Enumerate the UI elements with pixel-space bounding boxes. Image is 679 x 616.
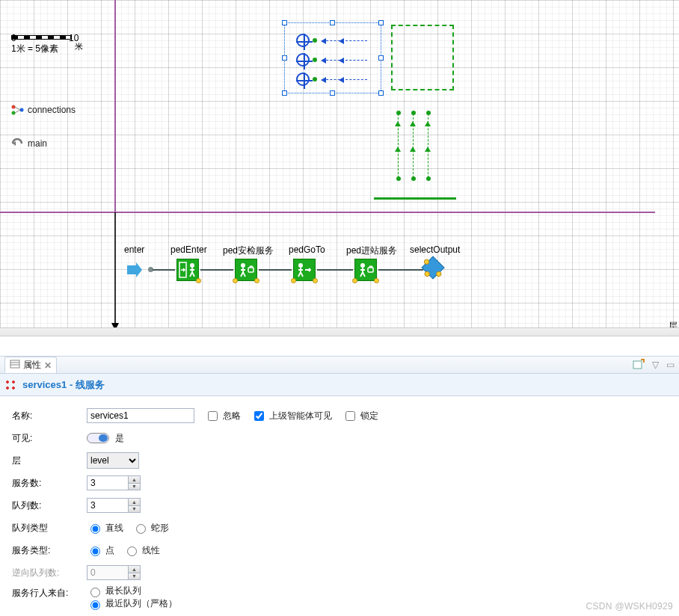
tree-main-label: main (28, 138, 47, 149)
svg-point-13 (298, 263, 303, 268)
new-view-icon[interactable] (633, 359, 645, 372)
radio-label: 最近队列（严格） (105, 597, 177, 610)
service-type-linear-radio[interactable]: 线性 (123, 544, 160, 557)
block-port[interactable] (291, 278, 296, 283)
connections-icon (11, 105, 25, 115)
spinner[interactable]: ▲▼ (128, 499, 140, 512)
svg-rect-16 (10, 360, 19, 368)
ped-security-block[interactable] (235, 259, 257, 281)
queue-dot (396, 111, 401, 115)
tree-connections-label: connections (28, 105, 76, 115)
axis-y (114, 0, 116, 212)
resize-handle[interactable] (330, 90, 335, 96)
block-port[interactable] (423, 258, 431, 265)
block-port[interactable] (352, 278, 357, 283)
name-label: 名称: (12, 410, 87, 422)
queue-arrow-icon (410, 121, 416, 126)
block-port[interactable] (435, 271, 443, 278)
service-count-label: 服务数: (12, 477, 87, 490)
parent-visible-label: 上级智能体可见 (269, 410, 332, 422)
tree-connections[interactable]: connections (11, 105, 76, 115)
queue-dot (411, 176, 416, 181)
serve-from-longest-radio[interactable]: 最长队列 (87, 585, 177, 597)
serve-from-label: 服务行人来自: (12, 585, 87, 600)
queue-dot (426, 111, 431, 115)
block-label: pedGoTo (289, 244, 325, 255)
block-port[interactable] (313, 278, 318, 283)
properties-tabbar: 属性 ✕ ▽ ▭ (0, 356, 679, 374)
serve-from-nearest-radio[interactable]: 最近队列（严格） (87, 597, 177, 610)
layer-label: 层 (12, 455, 87, 467)
block-port[interactable] (423, 271, 431, 278)
connector (200, 269, 233, 271)
queue-dot (396, 176, 401, 181)
lock-checkbox[interactable]: 锁定 (342, 409, 378, 423)
queue-line (322, 60, 367, 61)
resize-handle[interactable] (282, 20, 287, 25)
model-tree: connections main (11, 103, 76, 151)
ped-enter-block[interactable] (176, 259, 199, 281)
select-output-block[interactable] (421, 256, 444, 279)
visible-toggle[interactable] (87, 433, 109, 443)
queue-type-label: 队列类型 (12, 522, 87, 535)
tree-main[interactable]: main (11, 138, 76, 150)
service-row (296, 73, 367, 86)
queue-type-snake-radio[interactable]: 蛇形 (132, 522, 169, 535)
visible-label: 可见: (12, 432, 87, 445)
queue-column[interactable] (428, 114, 428, 178)
svg-marker-8 (127, 262, 142, 277)
resize-handle[interactable] (330, 20, 335, 25)
queue-arrow-icon (425, 147, 431, 152)
services1-selection[interactable] (284, 22, 381, 93)
axis-arrow-down (111, 212, 120, 332)
svg-point-2 (12, 105, 16, 109)
queue-column[interactable] (413, 114, 414, 178)
area-rectangle[interactable] (391, 25, 454, 90)
menu-icon[interactable]: ▭ (666, 360, 675, 370)
service-type-point-radio[interactable]: 点 (87, 544, 114, 557)
block-label: pedEnter (170, 244, 207, 255)
resize-handle[interactable] (282, 90, 287, 96)
resize-handle[interactable] (378, 20, 384, 25)
layer-select[interactable]: level (87, 452, 139, 469)
radio-label: 点 (105, 544, 114, 557)
reverse-queue-label: 逆向队列数: (12, 567, 87, 579)
ped-goto-block[interactable] (293, 259, 316, 281)
block-label: ped进站服务 (346, 244, 397, 257)
scale-ruler: 0 10 米 1米 = 5像素 (11, 34, 71, 55)
spinner[interactable]: ▲▼ (128, 476, 140, 490)
connector (153, 269, 175, 271)
radio-label: 直线 (105, 522, 123, 535)
name-input[interactable] (87, 408, 194, 423)
resize-handle[interactable] (378, 90, 384, 96)
block-port[interactable] (374, 278, 379, 283)
flowchart: enter pedEnter ped安检服务 pedGoTo ped进站服务 s… (126, 244, 672, 289)
model-canvas[interactable]: 层 0 10 米 1米 = 5像素 connections main (0, 0, 679, 336)
queue-type-straight-radio[interactable]: 直线 (87, 522, 123, 535)
block-port[interactable] (233, 278, 238, 283)
minimize-icon[interactable]: ▽ (652, 360, 659, 370)
queue-column[interactable] (398, 114, 399, 178)
radio-label: 最长队列 (105, 585, 141, 597)
horizontal-scroll-thumb[interactable] (284, 329, 419, 335)
queue-end-dot (313, 38, 317, 43)
parent-visible-checkbox[interactable]: 上级智能体可见 (251, 409, 332, 423)
svg-line-6 (15, 110, 20, 113)
enter-source-icon[interactable] (126, 262, 144, 277)
queue-arrow-icon (395, 147, 401, 152)
block-label: ped安检服务 (223, 244, 274, 257)
connector (317, 269, 353, 271)
queue-arrow-icon (410, 147, 416, 152)
block-port[interactable] (196, 278, 201, 283)
ignore-checkbox[interactable]: 忽略 (205, 409, 241, 423)
ped-station-block[interactable] (354, 259, 377, 281)
properties-tab[interactable]: 属性 ✕ (4, 357, 57, 373)
queue-count-label: 队列数: (12, 499, 87, 512)
resize-handle[interactable] (378, 55, 384, 61)
close-icon[interactable]: ✕ (44, 360, 52, 371)
service-point-icon (296, 53, 310, 67)
connector (259, 269, 292, 271)
target-line[interactable] (374, 197, 456, 200)
block-port[interactable] (254, 278, 259, 283)
resize-handle[interactable] (282, 55, 287, 61)
